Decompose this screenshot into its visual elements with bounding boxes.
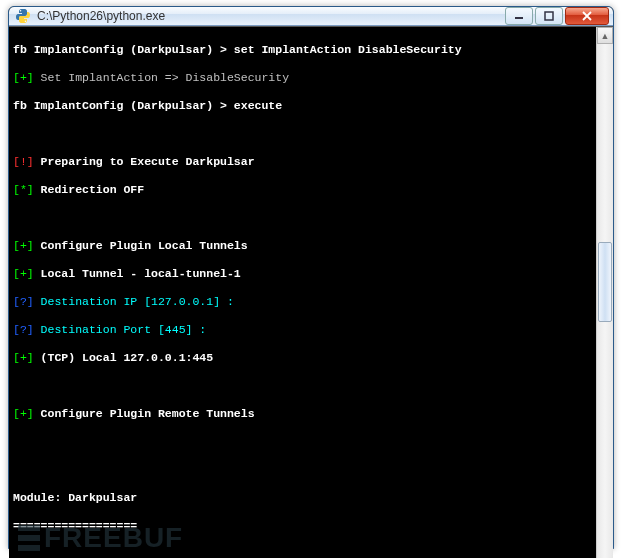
console-output[interactable]: fb ImplantConfig (Darkpulsar) > set Impl…: [9, 27, 596, 558]
console-window: C:\Python26\python.exe fb ImplantConfig …: [8, 6, 614, 549]
line: Preparing to Execute Darkpulsar: [34, 155, 255, 168]
marker-q: [?]: [13, 295, 34, 308]
line: Set ImplantAction => DisableSecurity: [34, 71, 289, 84]
window-controls: [505, 7, 609, 25]
module-header: Module: Darkpulsar: [13, 491, 137, 504]
prompt: fb ImplantConfig (Darkpulsar) >: [13, 43, 234, 56]
line: Redirection OFF: [34, 183, 144, 196]
svg-point-0: [20, 10, 22, 12]
titlebar[interactable]: C:\Python26\python.exe: [9, 7, 613, 26]
watermark: FREEBUF: [18, 522, 183, 554]
watermark-bars-icon: [18, 525, 40, 551]
line: Configure Plugin Local Tunnels: [34, 239, 248, 252]
watermark-text: FREEBUF: [44, 522, 183, 554]
default-val: [127.0.0.1]: [144, 295, 220, 308]
close-button[interactable]: [565, 7, 609, 25]
colon: :: [192, 323, 213, 336]
marker-star: [*]: [13, 183, 34, 196]
marker-plus: [+]: [13, 71, 34, 84]
line: Local Tunnel - local-tunnel-1: [34, 267, 241, 280]
marker-plus: [+]: [13, 267, 34, 280]
scroll-thumb[interactable]: [598, 242, 612, 322]
colon: :: [220, 295, 241, 308]
line: (TCP) Local 127.0.0.1:445: [34, 351, 213, 364]
scrollbar[interactable]: ▲ ▼: [596, 27, 613, 558]
default-val: [445]: [158, 323, 193, 336]
marker-plus: [+]: [13, 239, 34, 252]
line: Destination IP: [34, 295, 144, 308]
marker-q: [?]: [13, 323, 34, 336]
line: Destination Port: [34, 323, 158, 336]
marker-plus: [+]: [13, 351, 34, 364]
prompt: fb ImplantConfig (Darkpulsar) >: [13, 99, 234, 112]
client-area: fb ImplantConfig (Darkpulsar) > set Impl…: [9, 26, 613, 558]
minimize-button[interactable]: [505, 7, 533, 25]
cmd-text: set ImplantAction DisableSecurity: [234, 43, 462, 56]
app-icon: [15, 8, 31, 24]
svg-point-1: [25, 20, 27, 22]
svg-rect-3: [545, 12, 553, 20]
svg-rect-2: [515, 17, 523, 19]
line: Configure Plugin Remote Tunnels: [34, 407, 255, 420]
window-title: C:\Python26\python.exe: [37, 9, 505, 23]
marker-plus: [+]: [13, 407, 34, 420]
scroll-up-arrow-icon[interactable]: ▲: [597, 27, 613, 44]
maximize-button[interactable]: [535, 7, 563, 25]
marker-bang: [!]: [13, 155, 34, 168]
cmd-text: execute: [234, 99, 282, 112]
